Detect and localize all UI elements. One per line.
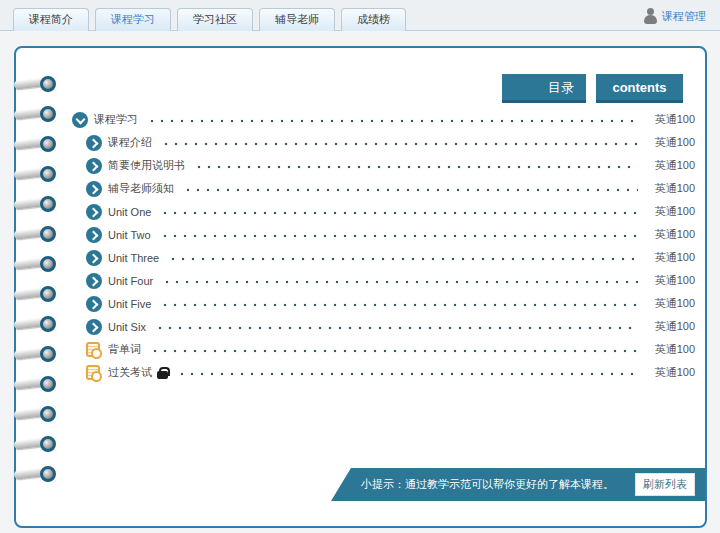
- document-icon: [86, 365, 100, 380]
- refresh-list-button[interactable]: 刷新列表: [635, 473, 695, 496]
- list-item[interactable]: Unit Six 英通100: [72, 315, 695, 338]
- list-item-label[interactable]: Unit One: [108, 206, 151, 218]
- binder-ring: [12, 466, 60, 482]
- person-icon: [643, 8, 658, 24]
- list-item[interactable]: 课程学习 英通100: [72, 108, 695, 131]
- binder-ring: [12, 106, 60, 122]
- binder-ring: [12, 76, 60, 92]
- dot-leader: [183, 186, 638, 192]
- list-item-label[interactable]: Unit Four: [108, 275, 153, 287]
- list-item-label[interactable]: 课程学习: [94, 112, 138, 127]
- dot-leader: [150, 347, 638, 353]
- list-item-label[interactable]: 过关考试: [108, 365, 152, 380]
- list-item-label[interactable]: 课程介绍: [108, 135, 152, 150]
- list-item[interactable]: 课程介绍 英通100: [72, 131, 695, 154]
- document-icon: [86, 342, 100, 357]
- tip-text: 小提示：通过教学示范可以帮你更好的了解本课程。: [361, 478, 614, 490]
- tab-community[interactable]: 学习社区: [177, 8, 253, 31]
- list-item-value: 英通100: [647, 181, 695, 196]
- list-item-label[interactable]: Unit Six: [108, 321, 146, 333]
- tab-course-study[interactable]: 课程学习: [95, 8, 171, 31]
- binder-ring: [12, 256, 60, 272]
- toolbar: 目录 contents: [502, 74, 683, 103]
- course-outline-list: 课程学习 英通100 课程介绍 英通100 简要使用说明书 英通100 辅导老师…: [72, 108, 695, 384]
- expand-toggle-icon[interactable]: [86, 181, 102, 197]
- tip-bar: 小提示：通过教学示范可以帮你更好的了解本课程。 刷新列表: [331, 468, 705, 501]
- list-item-label[interactable]: 背单词: [108, 342, 141, 357]
- list-item-label[interactable]: Unit Three: [108, 252, 159, 264]
- list-item-value: 英通100: [647, 319, 695, 334]
- list-item[interactable]: Unit Five 英通100: [72, 292, 695, 315]
- list-item-label[interactable]: 简要使用说明书: [108, 158, 185, 173]
- list-item[interactable]: Unit Two 英通100: [72, 223, 695, 246]
- dot-leader: [177, 370, 638, 376]
- list-item[interactable]: 简要使用说明书 英通100: [72, 154, 695, 177]
- dot-leader: [168, 255, 638, 261]
- expand-toggle-icon[interactable]: [86, 204, 102, 220]
- dot-leader: [160, 232, 638, 238]
- dot-leader: [161, 140, 638, 146]
- list-item-value: 英通100: [647, 342, 695, 357]
- binder-ring: [12, 376, 60, 392]
- binder-ring: [12, 406, 60, 422]
- expand-toggle-icon[interactable]: [86, 296, 102, 312]
- dot-leader: [162, 278, 638, 284]
- tab-bar: 课程简介 课程学习 学习社区 辅导老师 成绩榜: [13, 8, 406, 31]
- dot-leader: [160, 209, 638, 215]
- list-item-value: 英通100: [647, 227, 695, 242]
- list-item[interactable]: Unit Four 英通100: [72, 269, 695, 292]
- binder-ring: [12, 166, 60, 182]
- dot-leader: [194, 163, 638, 169]
- list-item-label[interactable]: Unit Two: [108, 229, 151, 241]
- course-manage-label: 课程管理: [662, 9, 706, 24]
- binder-rings: [12, 76, 60, 482]
- tab-tutor[interactable]: 辅导老师: [259, 8, 335, 31]
- dot-leader: [155, 324, 638, 330]
- list-item[interactable]: Unit One 英通100: [72, 200, 695, 223]
- binder-ring: [12, 286, 60, 302]
- binder-ring: [12, 196, 60, 212]
- list-item-value: 英通100: [647, 296, 695, 311]
- list-item[interactable]: 背单词 英通100: [72, 338, 695, 361]
- expand-toggle-icon[interactable]: [72, 112, 88, 128]
- list-item-value: 英通100: [647, 158, 695, 173]
- contents-button[interactable]: contents: [596, 74, 683, 103]
- binder-ring: [12, 436, 60, 452]
- course-manage-link[interactable]: 课程管理: [643, 8, 706, 24]
- list-item-value: 英通100: [647, 112, 695, 127]
- list-item-label[interactable]: 辅导老师须知: [108, 181, 174, 196]
- catalog-button[interactable]: 目录: [502, 74, 586, 103]
- expand-toggle-icon[interactable]: [86, 273, 102, 289]
- expand-toggle-icon[interactable]: [86, 158, 102, 174]
- lock-icon: [157, 367, 168, 379]
- list-item-value: 英通100: [647, 204, 695, 219]
- list-item-value: 英通100: [647, 250, 695, 265]
- list-item[interactable]: Unit Three 英通100: [72, 246, 695, 269]
- tab-course-intro[interactable]: 课程简介: [13, 8, 89, 31]
- binder-ring: [12, 316, 60, 332]
- binder-ring: [12, 226, 60, 242]
- list-item[interactable]: 过关考试 英通100: [72, 361, 695, 384]
- dot-leader: [160, 301, 638, 307]
- list-item-value: 英通100: [647, 135, 695, 150]
- dot-leader: [147, 117, 638, 123]
- binder-ring: [12, 346, 60, 362]
- binder-ring: [12, 136, 60, 152]
- expand-toggle-icon[interactable]: [86, 135, 102, 151]
- notebook-panel: 目录 contents 课程学习 英通100 课程介绍 英通100 简要使用说明…: [14, 46, 707, 528]
- list-item-value: 英通100: [647, 273, 695, 288]
- expand-toggle-icon[interactable]: [86, 319, 102, 335]
- list-item-value: 英通100: [647, 365, 695, 380]
- list-item-label[interactable]: Unit Five: [108, 298, 151, 310]
- list-item[interactable]: 辅导老师须知 英通100: [72, 177, 695, 200]
- expand-toggle-icon[interactable]: [86, 227, 102, 243]
- tab-scoreboard[interactable]: 成绩榜: [341, 8, 406, 31]
- expand-toggle-icon[interactable]: [86, 250, 102, 266]
